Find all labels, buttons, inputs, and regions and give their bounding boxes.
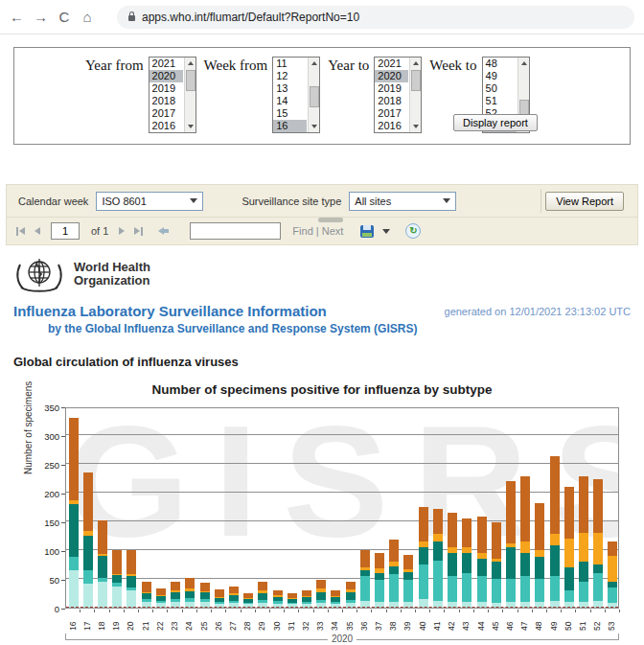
x-tick-label-week-30: 30 — [272, 615, 282, 631]
home-icon[interactable]: ⌂ — [80, 9, 94, 25]
bar-week-18-pale-cyan — [98, 582, 107, 608]
first-page-icon[interactable] — [14, 227, 27, 236]
report-parameter-toolbar: Calendar week ISO 8601 Surveillance site… — [6, 184, 638, 218]
listbox-option-2016[interactable]: 2016 — [150, 120, 183, 132]
x-tick-mark — [211, 610, 212, 612]
year-to-listbox[interactable]: 202120202019201820172016 — [374, 57, 422, 133]
listbox-option-51[interactable]: 51 — [483, 95, 517, 107]
bar-week-28-turquoise — [243, 603, 253, 605]
y-tick-label: 100 — [34, 546, 59, 557]
site-type-value: All sites — [355, 196, 391, 207]
site-type-select[interactable]: All sites — [349, 192, 456, 211]
bar-week-26-dark-orange — [215, 589, 224, 597]
x-tick-mark — [488, 610, 489, 612]
x-tick-mark — [138, 610, 139, 612]
listbox-scrollbar[interactable] — [409, 58, 421, 132]
listbox-option-2019[interactable]: 2019 — [150, 82, 183, 95]
bar-week-29-amber — [258, 590, 267, 593]
x-tick-label-week-28: 28 — [242, 615, 252, 631]
refresh-icon[interactable]: ↻ — [405, 223, 421, 239]
bar-week-45-dark-orange — [492, 522, 501, 559]
bar-week-19-amber — [112, 574, 122, 575]
listbox-scrollbar[interactable] — [184, 58, 196, 132]
bar-week-52-dark-orange — [593, 479, 603, 533]
bar-week-24-dark-teal — [185, 591, 195, 598]
horizontal-scrollbar-thumb[interactable] — [318, 218, 343, 222]
x-tick-mark — [255, 610, 256, 612]
listbox-option-2017[interactable]: 2017 — [375, 107, 408, 120]
bar-week-41-dark-orange — [433, 509, 443, 534]
year-to-group: Year to 202120202019201820172016 — [328, 57, 422, 144]
export-save-icon[interactable] — [360, 225, 374, 238]
listbox-option-49[interactable]: 49 — [483, 70, 517, 82]
bar-week-17-pale-cyan — [83, 584, 93, 608]
x-tick-mark — [182, 610, 183, 612]
listbox-option-2018[interactable]: 2018 — [150, 95, 183, 107]
bar-week-17-amber — [83, 531, 93, 536]
x-tick-mark — [532, 610, 533, 612]
section-title: Global circulation of influenza viruses — [13, 355, 644, 369]
listbox-option-12[interactable]: 12 — [273, 70, 307, 82]
forward-icon[interactable]: → — [34, 9, 48, 25]
listbox-option-2020[interactable]: 2020 — [150, 70, 183, 82]
find-link[interactable]: Find — [292, 225, 312, 237]
listbox-option-2016[interactable]: 2016 — [375, 120, 408, 132]
listbox-option-11[interactable]: 11 — [273, 58, 307, 70]
bar-week-45-turquoise — [492, 579, 501, 603]
listbox-option-2019[interactable]: 2019 — [375, 82, 408, 95]
listbox-option-50[interactable]: 50 — [483, 82, 517, 95]
next-link[interactable]: Next — [322, 225, 344, 237]
bar-week-30-turquoise — [273, 601, 283, 603]
listbox-option-2021[interactable]: 2021 — [375, 58, 408, 70]
listbox-option-48[interactable]: 48 — [483, 58, 517, 70]
listbox-option-13[interactable]: 13 — [273, 82, 307, 95]
bar-week-33-dark-teal — [316, 592, 326, 599]
y-tick-mark — [61, 465, 65, 466]
plot-area: GISRS — [65, 407, 619, 609]
next-page-icon[interactable] — [117, 227, 126, 235]
bar-week-16-pale-cyan — [69, 570, 79, 608]
x-tick-label-week-18: 18 — [97, 615, 106, 631]
pagination-toolbar: of 1 Find | Next ↻ — [6, 218, 638, 245]
listbox-option-2021[interactable]: 2021 — [150, 58, 183, 70]
export-dropdown-icon[interactable] — [382, 229, 390, 234]
bar-week-36-amber — [360, 567, 370, 570]
bar-week-32-dark-teal — [302, 597, 311, 602]
listbox-option-16[interactable]: 16 — [273, 120, 307, 132]
calendar-week-label: Calendar week — [18, 196, 88, 207]
previous-page-icon[interactable] — [33, 227, 42, 235]
find-text-input[interactable] — [190, 222, 281, 240]
last-page-icon[interactable] — [132, 227, 145, 236]
page-count-label: of 1 — [91, 225, 108, 237]
listbox-option-15[interactable]: 15 — [273, 107, 307, 120]
x-tick-mark — [619, 610, 620, 612]
bar-week-38-turquoise — [389, 574, 399, 602]
page-number-input[interactable] — [51, 222, 80, 240]
bar-week-36-dark-teal — [360, 570, 370, 576]
address-bar[interactable]: apps.who.int/flumart/Default?ReportNo=10 — [117, 6, 634, 29]
bar-week-23-dark-teal — [171, 592, 180, 599]
bar-week-49-dark-teal — [550, 545, 560, 576]
listbox-option-2017[interactable]: 2017 — [150, 107, 183, 120]
year-from-listbox[interactable]: 202120202019201820172016 — [149, 57, 196, 133]
reload-icon[interactable]: C — [58, 9, 71, 25]
listbox-option-14[interactable]: 14 — [273, 95, 307, 107]
view-report-button[interactable]: View Report — [545, 192, 624, 211]
calendar-week-select[interactable]: ISO 8601 — [96, 192, 203, 211]
bar-week-28-amber — [243, 598, 253, 599]
bar-week-21-turquoise — [142, 599, 151, 602]
week-from-listbox[interactable]: 111213141516 — [272, 57, 320, 133]
bar-week-51-dark-teal — [579, 562, 588, 582]
x-tick-mark — [546, 610, 547, 612]
bar-week-25-amber — [200, 591, 210, 592]
bar-week-42-dark-teal — [448, 553, 457, 576]
back-to-parent-icon[interactable] — [158, 227, 169, 236]
back-icon[interactable]: ← — [10, 9, 24, 25]
listbox-scrollbar[interactable] — [308, 58, 319, 132]
display-report-button[interactable]: Display report — [453, 114, 538, 131]
url-text[interactable]: apps.who.int/flumart/Default?ReportNo=10 — [142, 11, 359, 24]
bar-week-35-turquoise — [346, 600, 356, 604]
listbox-option-2018[interactable]: 2018 — [375, 95, 408, 107]
bar-week-30-dark-teal — [273, 597, 283, 602]
listbox-option-2020[interactable]: 2020 — [375, 70, 408, 82]
